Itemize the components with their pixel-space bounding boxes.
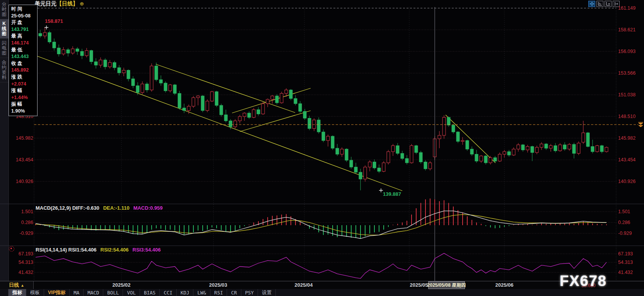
tooltip-field-value: 25-05-08 xyxy=(11,13,37,20)
price-axis-label-right: 161.149 xyxy=(618,5,635,11)
price-axis-label-left: 143.454 xyxy=(12,157,33,163)
tooltip-field-label: 开 盘 xyxy=(11,19,37,26)
extreme-markers xyxy=(44,26,383,192)
current-price-marker xyxy=(638,122,643,127)
period-selector-label: 日线 xyxy=(9,282,19,289)
macd-pane xyxy=(36,198,606,239)
price-axis-label-right: 158.621 xyxy=(618,27,635,33)
macd-axis-label-left: 1.501 xyxy=(12,209,33,214)
ohlc-tooltip-panel: 时 间25-05-08开 盘143.791最 高146.174最 低143.44… xyxy=(9,5,38,116)
candlestick-series xyxy=(34,27,608,190)
tooltip-field-value: +2.074 xyxy=(11,81,37,88)
tooltip-field-value: 143.443 xyxy=(11,53,37,60)
rsi-header: RSI(14,14,14) RSI1:54.406RSI2:54.406RSI3… xyxy=(36,247,161,253)
rsi-axis-label-right: 41.432 xyxy=(618,270,633,275)
rsi-axis-label-left: 41.432 xyxy=(12,270,33,275)
period-selector-arrow-icon: ▲ xyxy=(20,283,24,287)
price-axis-label-right: 151.038 xyxy=(618,92,635,98)
price-axis-label-left: 145.982 xyxy=(12,135,33,141)
crosshair-date-badge: 2025/05/08 星期四 xyxy=(428,281,465,289)
rsi-axis-label-left: 54.313 xyxy=(12,260,33,265)
price-axis-label-right: 145.982 xyxy=(618,135,635,141)
rsi-axis-label-left: 67.193 xyxy=(12,251,33,257)
macd-axis-label-left: 0.286 xyxy=(12,220,33,225)
rsi-params-label: RSI(14,14,14) RSI1:54.406 xyxy=(36,247,97,253)
price-axis-label-right: 156.093 xyxy=(618,49,635,54)
price-axis-label-right: 140.926 xyxy=(618,179,635,184)
macd-header: MACD(26,12,9) DIFF:-0.630DEA:-1.110MACD:… xyxy=(36,205,163,211)
tooltip-field-label: 时 间 xyxy=(11,6,37,13)
tooltip-field-label: 涨 幅 xyxy=(11,87,37,94)
rsi-axis-label-right: 54.313 xyxy=(618,260,633,265)
low-price-label: 139.887 xyxy=(383,191,401,197)
price-axis-label-right: 143.454 xyxy=(618,157,635,163)
tooltip-field-label: 振 幅 xyxy=(11,101,37,108)
tooltip-field-label: 涨 跌 xyxy=(11,74,37,81)
rsi-pane xyxy=(36,253,606,279)
rsi3-label: RSI3:54.406 xyxy=(133,247,161,253)
high-price-label: 158.871 xyxy=(45,18,63,24)
tooltip-field-value: +1.44% xyxy=(11,94,37,101)
macd-dea-label: DEA:-1.110 xyxy=(103,205,130,211)
tooltip-field-label: 收 盘 xyxy=(11,60,37,67)
tooltip-field-label: 最 低 xyxy=(11,47,37,54)
tooltip-field-value: 143.791 xyxy=(11,26,37,33)
macd-axis-label-left: -0.929 xyxy=(12,231,33,236)
price-axis-label-right: 148.510 xyxy=(618,114,635,119)
trading-app-window: 分 时 图K 线 图闪 电 图合 约 资 料 美元日元【日线】⊕ 时 间25-0… xyxy=(0,0,644,296)
tooltip-field-value: 145.892 xyxy=(11,67,37,74)
price-axis-label-right: 153.566 xyxy=(618,70,635,76)
macd-axis-label-right: -0.929 xyxy=(618,231,632,236)
tooltip-field-value: 146.174 xyxy=(11,40,37,47)
macd-macd-label: MACD:0.959 xyxy=(133,205,163,211)
price-axis-label-left: 140.926 xyxy=(12,179,33,184)
watermark: FX678 xyxy=(560,273,607,289)
rsi2-label: RSI2:54.406 xyxy=(101,247,129,253)
macd-params-label: MACD(26,12,9) DIFF:-0.630 xyxy=(36,205,99,211)
tooltip-field-label: 最 高 xyxy=(11,33,37,40)
macd-axis-label-right: 1.501 xyxy=(618,209,630,214)
macd-axis-label-right: 0.286 xyxy=(618,220,630,225)
rsi-axis-label-right: 67.193 xyxy=(618,251,633,257)
period-selector[interactable]: 日线 ▲ xyxy=(0,281,34,289)
trendline-drawings xyxy=(34,55,495,191)
rsi-pane-alert-icon[interactable] xyxy=(9,246,14,252)
tooltip-field-value: 1.90% xyxy=(11,108,37,115)
